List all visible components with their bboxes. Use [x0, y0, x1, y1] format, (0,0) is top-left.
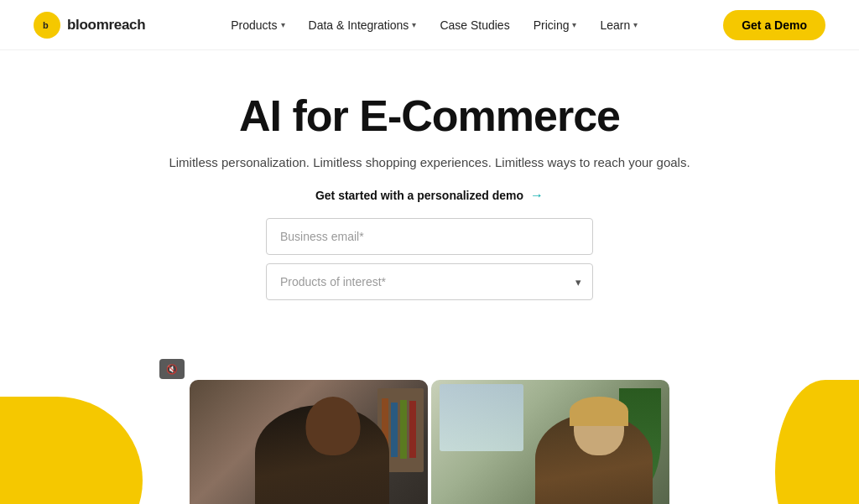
person-hair	[570, 397, 628, 426]
nav-data-label: Data & Integrations	[309, 18, 409, 32]
products-select[interactable]: Products of interest*	[266, 263, 593, 300]
nav-products-label: Products	[231, 18, 277, 32]
video-frames	[190, 380, 669, 504]
yellow-blob-left	[0, 397, 143, 504]
hero-form: Products of interest* ▾	[266, 218, 593, 300]
yellow-blob-right	[775, 380, 859, 504]
mute-icon: 🔇	[166, 364, 178, 375]
mute-button[interactable]: 🔇	[159, 359, 185, 379]
window-bg	[440, 384, 523, 451]
logo[interactable]: b bloomreach	[34, 12, 145, 39]
demo-label-text: Get started with a personalized demo	[315, 189, 523, 202]
chevron-down-icon: ▾	[412, 20, 416, 29]
chevron-down-icon: ▾	[633, 20, 638, 29]
chevron-down-icon: ▾	[572, 20, 576, 29]
hero-section: AI for E-Commerce Limitless personalizat…	[0, 50, 859, 325]
video-frame-right	[431, 380, 669, 504]
nav-item-learn[interactable]: Learn ▾	[600, 18, 638, 32]
get-demo-button[interactable]: Get a Demo	[723, 10, 825, 40]
nav-item-casestudies[interactable]: Case Studies	[440, 18, 509, 32]
nav-links: Products ▾ Data & Integrations ▾ Case St…	[231, 18, 638, 32]
nav-item-pricing[interactable]: Pricing ▾	[534, 18, 577, 32]
video-frame-left	[190, 380, 428, 504]
hero-subtitle: Limitless personalization. Limitless sho…	[34, 155, 825, 169]
products-select-wrapper: Products of interest* ▾	[266, 263, 593, 300]
nav-pricing-label: Pricing	[534, 18, 570, 32]
svg-text:b: b	[43, 20, 49, 30]
chevron-down-icon: ▾	[281, 20, 285, 29]
nav-learn-label: Learn	[600, 18, 630, 32]
nav-item-data[interactable]: Data & Integrations ▾	[309, 18, 417, 32]
logo-text: bloomreach	[67, 17, 145, 34]
arrow-right-icon: →	[530, 188, 544, 203]
person-silhouette-left	[255, 405, 389, 504]
nav-item-products[interactable]: Products ▾	[231, 18, 284, 32]
demo-label: Get started with a personalized demo →	[34, 188, 825, 203]
person-silhouette-right	[535, 413, 653, 504]
video-section: 🔇	[0, 351, 859, 504]
email-input[interactable]	[266, 218, 593, 255]
hero-title: AI for E-Commerce	[34, 92, 825, 140]
person-head-right	[574, 401, 624, 455]
person-head	[306, 397, 361, 455]
nav-casestudies-label: Case Studies	[440, 18, 509, 32]
navbar: b bloomreach Products ▾ Data & Integrati…	[0, 0, 859, 50]
logo-icon: b	[34, 12, 60, 39]
